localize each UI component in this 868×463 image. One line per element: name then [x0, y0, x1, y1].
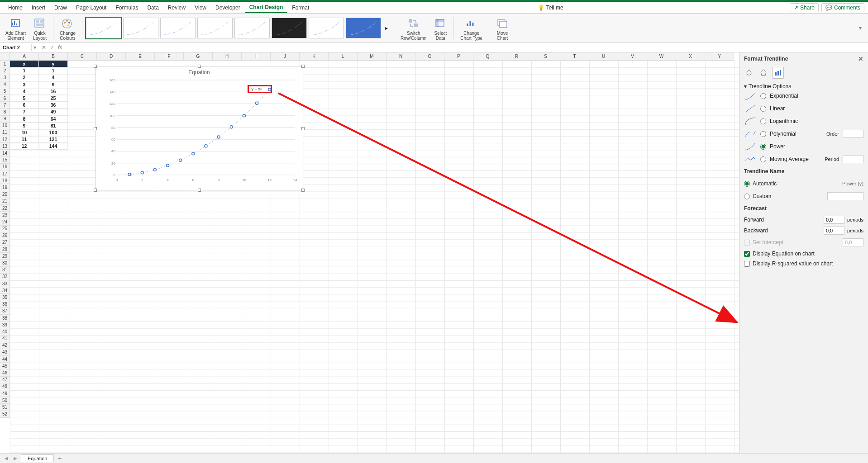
row-header[interactable]: 51 [0, 404, 10, 411]
row-header[interactable]: 49 [0, 390, 10, 397]
style-thumb-1[interactable] [86, 18, 121, 38]
data-cell[interactable]: 144 [39, 143, 68, 150]
backward-input[interactable] [824, 227, 844, 235]
data-cell[interactable]: 4 [39, 74, 68, 81]
custom-radio[interactable] [744, 194, 750, 199]
row-header[interactable]: 21 [0, 198, 10, 205]
trendline-type-power[interactable]: Power [744, 140, 863, 153]
resize-handle[interactable] [198, 189, 201, 192]
ribbon-tab-formulas[interactable]: Formulas [111, 3, 143, 13]
select-all-corner[interactable] [0, 52, 10, 61]
name-box[interactable]: Chart 2 [0, 44, 32, 51]
power-radio[interactable] [760, 144, 766, 150]
sheet-tab-equation[interactable]: Equation [21, 454, 54, 462]
data-cell[interactable]: 81 [39, 123, 68, 129]
data-cell[interactable]: 36 [39, 102, 68, 109]
style-thumb-2[interactable] [123, 18, 158, 38]
row-header[interactable]: 28 [0, 246, 10, 253]
row-header[interactable]: 52 [0, 411, 10, 418]
chart-title[interactable]: Equation [95, 66, 303, 76]
column-header[interactable]: X [676, 52, 705, 61]
row-header[interactable]: 7 [0, 102, 10, 109]
trendline-options-expander[interactable]: ▾ Trendline Options [744, 83, 863, 90]
column-header[interactable]: J [271, 52, 300, 61]
data-cell[interactable]: 10 [10, 129, 39, 136]
row-header[interactable]: 26 [0, 232, 10, 239]
embedded-chart[interactable]: Equation 0204060801001201401600246810121… [95, 66, 303, 190]
header-cell[interactable]: y [39, 61, 68, 67]
display-r2-checkbox[interactable] [744, 261, 750, 267]
row-header[interactable]: 44 [0, 356, 10, 363]
row-header[interactable]: 38 [0, 315, 10, 321]
data-cell[interactable]: 9 [10, 123, 39, 129]
row-header[interactable]: 48 [0, 383, 10, 390]
name-automatic-option[interactable]: Automatic [744, 179, 839, 189]
column-header[interactable]: G [184, 52, 213, 61]
row-header[interactable]: 42 [0, 342, 10, 349]
data-cell[interactable]: 11 [10, 136, 39, 143]
move-chart-button[interactable]: Move Chart [493, 14, 512, 42]
row-header[interactable]: 15 [0, 157, 10, 164]
polynomial-radio[interactable] [760, 131, 766, 137]
data-cell[interactable]: 9 [39, 81, 68, 88]
resize-handle[interactable] [198, 65, 201, 68]
logarithmic-radio[interactable] [760, 118, 766, 124]
row-header[interactable]: 41 [0, 335, 10, 342]
row-header[interactable]: 22 [0, 205, 10, 212]
data-cell[interactable]: 2 [10, 74, 39, 81]
row-header[interactable]: 46 [0, 369, 10, 376]
data-cell[interactable]: 6 [10, 102, 39, 109]
data-cell[interactable]: 64 [39, 116, 68, 123]
row-header[interactable]: 43 [0, 349, 10, 356]
order-input[interactable] [843, 130, 863, 138]
column-header[interactable]: C [68, 52, 97, 61]
share-button[interactable]: ↗ Share [790, 3, 819, 12]
data-cell[interactable]: 4 [10, 88, 39, 95]
style-thumb-3[interactable] [160, 18, 196, 38]
data-cell[interactable]: 1 [10, 67, 39, 74]
sheet-nav-next[interactable]: ▶ [12, 455, 19, 462]
formula-bar[interactable] [66, 47, 868, 48]
row-header[interactable]: 10 [0, 123, 10, 129]
add-chart-element-button[interactable]: + Add Chart Element [3, 14, 29, 42]
column-header[interactable]: L [329, 52, 358, 61]
pane-close-button[interactable]: ✕ [858, 55, 863, 62]
style-thumb-4[interactable] [197, 18, 233, 38]
row-header[interactable]: 45 [0, 363, 10, 369]
column-header[interactable]: F [155, 52, 184, 61]
row-header[interactable]: 35 [0, 294, 10, 301]
quick-layout-button[interactable]: Quick Layout [30, 14, 49, 42]
sheet-nav-prev[interactable]: ◀ [3, 455, 10, 462]
trendline-type-linear[interactable]: Linear [744, 102, 863, 115]
tell-me-icon[interactable]: 💡 [538, 5, 544, 11]
row-header[interactable]: 17 [0, 170, 10, 177]
data-cell[interactable]: 5 [10, 95, 39, 102]
resize-handle[interactable] [301, 127, 305, 130]
trendline-type-polynomial[interactable]: Polynomial Order [744, 128, 863, 140]
spreadsheet-grid[interactable]: ABCDEFGHIJKLMNOPQRSTUVWXY 12345678910111… [0, 52, 739, 453]
row-header[interactable]: 6 [0, 95, 10, 102]
row-header[interactable]: 36 [0, 301, 10, 308]
column-header[interactable]: M [358, 52, 386, 61]
select-data-button[interactable]: Select Data [431, 14, 450, 42]
row-header[interactable]: 23 [0, 212, 10, 218]
ribbon-tab-page-layout[interactable]: Page Layout [72, 3, 111, 13]
row-header[interactable]: 40 [0, 328, 10, 335]
row-header[interactable]: 2 [0, 67, 10, 74]
resize-handle[interactable] [94, 65, 97, 68]
row-header[interactable]: 19 [0, 184, 10, 191]
cancel-fx-icon[interactable]: ✕ [42, 44, 46, 51]
row-header[interactable]: 5 [0, 88, 10, 95]
row-header[interactable]: 27 [0, 239, 10, 246]
enter-fx-icon[interactable]: ✓ [50, 44, 54, 51]
column-header[interactable]: T [560, 52, 589, 61]
data-cell[interactable]: 3 [10, 81, 39, 88]
resize-handle[interactable] [301, 65, 305, 68]
column-header[interactable]: B [39, 52, 68, 61]
pane-tab-fill[interactable] [743, 67, 755, 79]
row-header[interactable]: 1 [0, 61, 10, 67]
row-header[interactable]: 47 [0, 377, 10, 383]
row-header[interactable]: 20 [0, 191, 10, 198]
resize-handle[interactable] [301, 189, 305, 192]
ribbon-tab-chart-design[interactable]: Chart Design [245, 2, 288, 13]
